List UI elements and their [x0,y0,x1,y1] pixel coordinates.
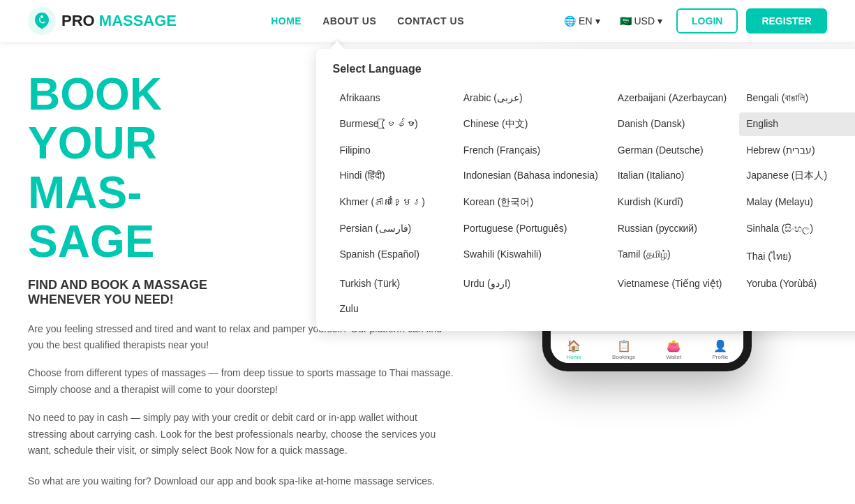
globe-icon: 🌐 [564,15,576,27]
lang-item-azerbaijani[interactable]: Azerbaijani (Azerbaycan) [611,87,734,110]
bottom-nav-label: Bookings [612,354,635,360]
bottom-nav-label: Wallet [666,354,681,360]
lang-item-vietnamese[interactable]: Vietnamese (Tiếng việt) [611,272,734,295]
bottom-nav-icon: 📋 [617,339,631,353]
bottom-nav-profile[interactable]: 👤Profile [713,339,729,360]
nav-about[interactable]: ABOUT US [322,15,376,27]
nav-right: 🌐 EN ▾ 🇸🇦 USD ▾ LOGIN REGISTER [558,8,827,34]
lang-item-urdu[interactable]: Urdu (اردو) [456,272,605,295]
lang-item-italian[interactable]: Italian (Italiano) [611,164,734,188]
lang-item-kurdish[interactable]: Kurdish (Kurdî) [611,191,734,214]
lang-item-burmese[interactable]: Burmese (မြန်မာ) [333,112,451,136]
dropdown-arrow [330,40,344,49]
bottom-nav-label: Home [567,354,581,360]
lang-item-afrikaans[interactable]: Afrikaans [333,87,451,110]
navbar: PRO MASSAGE HOME ABOUT US CONTACT US 🌐 E… [0,0,855,42]
currency-selector[interactable]: 🇸🇦 USD ▾ [614,13,669,29]
register-button[interactable]: REGISTER [746,8,827,34]
logo[interactable]: PRO MASSAGE [28,7,177,35]
lang-item-hebrew[interactable]: Hebrew (עברית) [739,139,855,161]
chevron-down-icon: ▾ [595,15,600,27]
nav-home[interactable]: HOME [271,15,302,27]
hero-desc3: No need to pay in cash — simply pay with… [28,410,454,459]
lang-item-chinese[interactable]: Chinese (中文) [456,112,605,136]
currency-label: USD [634,15,655,27]
hero-desc4: So what are you waiting for? Download ou… [28,473,454,490]
lang-item-english[interactable]: English [739,112,855,136]
lang-item-sinhala[interactable]: Sinhala (සිංහල) [739,217,855,240]
lang-item-hindi[interactable]: Hindi (हिंदी) [333,164,451,188]
lang-item-zulu[interactable]: Zulu [333,297,451,320]
lang-item-turkish[interactable]: Turkish (Türk) [333,272,451,295]
bottom-nav-icon: 👤 [713,339,727,353]
lang-item-korean[interactable]: Korean (한국어) [456,191,605,214]
bottom-nav-icon: 🏠 [567,339,581,353]
lang-item-spanish[interactable]: Spanish (Español) [333,243,451,269]
nav-links: HOME ABOUT US CONTACT US [271,15,464,27]
language-dropdown: Select Language AfrikaansArabic (عربى)Az… [316,40,856,331]
bottom-nav-label: Profile [713,354,729,360]
language-dropdown-panel: Select Language AfrikaansArabic (عربى)Az… [316,49,856,331]
lang-item-tamil[interactable]: Tamil (தமிழ்) [611,243,734,269]
lang-item-german[interactable]: German (Deutsche) [611,139,734,161]
lang-item-malay[interactable]: Malay (Melayu) [739,191,855,214]
language-grid: AfrikaansArabic (عربى)Azerbaijani (Azerb… [333,87,856,320]
bottom-nav-bookings[interactable]: 📋Bookings [612,339,635,360]
lang-item-thai[interactable]: Thai (ไทย) [739,243,855,269]
dropdown-title: Select Language [333,63,856,75]
lang-item-arabic[interactable]: Arabic (عربى) [456,87,605,110]
lang-item-persian[interactable]: Persian (فارسی) [333,217,451,240]
bottom-nav-home[interactable]: 🏠Home [567,339,581,360]
lang-item-swahili[interactable]: Swahili (Kiswahili) [456,243,605,269]
nav-contact[interactable]: CONTACT US [397,15,464,27]
lang-item-indonesian[interactable]: Indonesian (Bahasa indonesia) [456,164,605,188]
phone-bottom-nav: 🏠Home📋Bookings👛Wallet👤Profile [551,333,743,363]
svg-point-1 [40,15,43,18]
lang-item-portuguese[interactable]: Portuguese (Português) [456,217,605,240]
bottom-nav-wallet[interactable]: 👛Wallet [666,339,681,360]
flag-icon: 🇸🇦 [620,15,632,27]
logo-icon [28,7,56,35]
language-selector[interactable]: 🌐 EN ▾ [558,13,605,29]
logo-text: PRO MASSAGE [61,12,177,30]
lang-item-bengali[interactable]: Bengali (বাঙালি) [739,87,855,110]
login-button[interactable]: LOGIN [676,8,738,34]
lang-item-khmer[interactable]: Khmer (ភាសាខ្មែរ) [333,191,451,214]
lang-item-danish[interactable]: Danish (Dansk) [611,112,734,136]
lang-item-yoruba[interactable]: Yoruba (Yorùbá) [739,272,855,295]
lang-item-japanese[interactable]: Japanese (日本人) [739,164,855,188]
lang-item-french[interactable]: French (Français) [456,139,605,161]
bottom-nav-icon: 👛 [667,339,681,353]
lang-item-filipino[interactable]: Filipino [333,139,451,161]
hero-desc2: Choose from different types of massages … [28,365,454,399]
lang-item-russian[interactable]: Russian (русский) [611,217,734,240]
lang-code: EN [579,15,592,27]
chevron-down-icon2: ▾ [657,15,662,27]
